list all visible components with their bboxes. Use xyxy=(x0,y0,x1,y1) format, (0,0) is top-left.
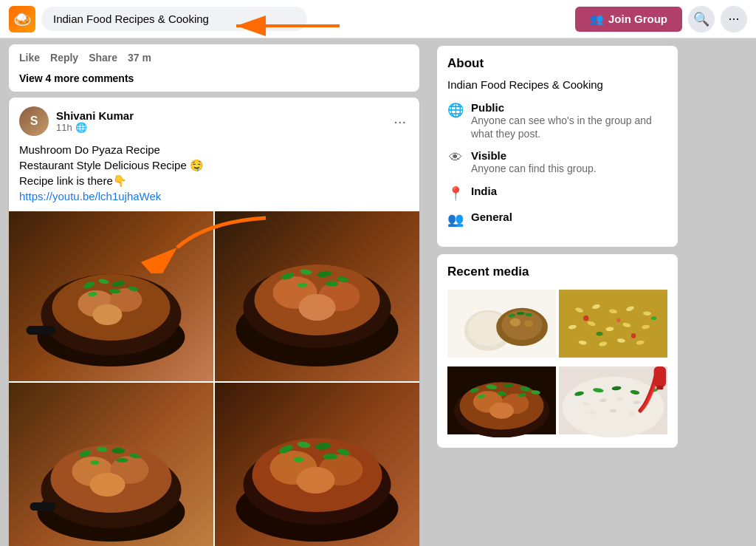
globe-icon: 🌐 xyxy=(447,102,464,118)
post-time: 11h 🌐 xyxy=(56,122,383,133)
location-icon: 📍 xyxy=(447,185,464,202)
post-header: S Shivani Kumar 11h 🌐 ··· xyxy=(9,98,419,142)
main-layout: Like Reply Share 37 m View 4 more commen… xyxy=(0,38,756,546)
media-item-1[interactable] xyxy=(447,287,556,361)
sidebar: About Indian Food Recipes & Cooking 🌐 Pu… xyxy=(428,38,687,546)
media-item-3[interactable] xyxy=(447,364,556,437)
food-image-grid xyxy=(9,211,419,546)
more-options-button[interactable]: ··· xyxy=(721,6,747,33)
svg-point-82 xyxy=(651,316,656,320)
about-category-item: 👥 General xyxy=(447,211,667,228)
svg-rect-13 xyxy=(27,326,56,335)
svg-point-81 xyxy=(597,332,603,336)
globe-icon: 🌐 xyxy=(75,122,87,133)
svg-point-80 xyxy=(631,333,636,338)
post-card: S Shivani Kumar 11h 🌐 ··· Mushroom Do Py… xyxy=(9,98,419,546)
search-button[interactable]: 🔍 xyxy=(688,6,715,33)
svg-point-6 xyxy=(93,304,123,325)
join-group-icon: 👥 xyxy=(590,13,604,26)
about-card: About Indian Food Recipes & Cooking 🌐 Pu… xyxy=(437,46,678,247)
food-image-1[interactable] xyxy=(9,211,213,381)
about-group-name: Indian Food Recipes & Cooking xyxy=(447,78,667,91)
like-button[interactable]: Like xyxy=(19,52,40,64)
food-image-2[interactable] xyxy=(215,211,419,381)
join-group-label: Join Group xyxy=(608,13,667,25)
food-image-4[interactable] xyxy=(215,383,419,546)
post-author[interactable]: Shivani Kumar xyxy=(56,109,383,122)
people-icon: 👥 xyxy=(447,211,464,228)
public-desc: Anyone can see who's in the group and wh… xyxy=(471,114,667,140)
svg-point-49 xyxy=(294,457,304,463)
recent-media-title: Recent media xyxy=(447,265,667,279)
join-group-button[interactable]: 👥 Join Group xyxy=(575,7,682,32)
svg-point-50 xyxy=(323,454,338,460)
comment-count: 37 m xyxy=(128,52,151,64)
svg-point-37 xyxy=(117,458,128,463)
about-location-item: 📍 India xyxy=(447,185,667,202)
eye-icon: 👁 xyxy=(447,150,464,165)
search-icon: 🔍 xyxy=(693,11,709,27)
author-avatar: S xyxy=(19,106,49,136)
recent-media-card: Recent media xyxy=(437,254,678,448)
media-grid xyxy=(447,287,667,437)
group-avatar-icon: 🍛 xyxy=(9,6,35,33)
svg-point-31 xyxy=(90,473,126,496)
svg-point-44 xyxy=(297,467,335,494)
post-actions: Like Reply Share 37 m xyxy=(19,52,409,64)
comment-bar: Like Reply Share 37 m View 4 more commen… xyxy=(9,44,419,92)
more-icon: ··· xyxy=(728,11,739,27)
svg-rect-38 xyxy=(30,502,56,511)
svg-point-60 xyxy=(517,311,525,315)
post-text: Mushroom Do Pyaza Recipe Restaurant Styl… xyxy=(9,142,419,211)
group-title-search[interactable]: Indian Food Recipes & Cooking xyxy=(41,7,307,31)
svg-rect-111 xyxy=(654,366,667,387)
post-line2: Restaurant Style Delicious Recipe 🤤 xyxy=(19,157,409,173)
svg-point-79 xyxy=(616,318,621,322)
svg-point-78 xyxy=(583,315,588,321)
post-link[interactable]: https://youtu.be/lch1ujhaWek xyxy=(19,190,161,202)
about-title: About xyxy=(447,56,667,71)
share-button[interactable]: Share xyxy=(89,52,117,64)
reply-button[interactable]: Reply xyxy=(50,52,78,64)
svg-point-24 xyxy=(298,283,308,287)
visible-title: Visible xyxy=(471,149,597,162)
svg-point-19 xyxy=(299,294,336,321)
svg-point-36 xyxy=(91,460,100,465)
location-value: India xyxy=(471,185,497,197)
svg-point-25 xyxy=(326,281,339,287)
svg-point-58 xyxy=(524,320,534,327)
feed-column: Like Reply Share 37 m View 4 more commen… xyxy=(0,38,428,546)
svg-point-57 xyxy=(510,318,521,326)
about-public-item: 🌐 Public Anyone can see who's in the gro… xyxy=(447,101,667,140)
header: 🍛 Indian Food Recipes & Cooking 👥 Join G… xyxy=(0,0,756,38)
visible-desc: Anyone can find this group. xyxy=(471,162,597,175)
post-line3: Recipe link is there👇 xyxy=(19,173,409,188)
public-title: Public xyxy=(471,101,667,114)
post-meta: Shivani Kumar 11h 🌐 xyxy=(56,109,383,133)
media-item-4[interactable] xyxy=(559,364,667,437)
svg-rect-112 xyxy=(656,385,663,389)
post-line1: Mushroom Do Pyaza Recipe xyxy=(19,142,409,157)
post-more-button[interactable]: ··· xyxy=(391,110,409,133)
svg-point-98 xyxy=(563,376,664,437)
svg-point-88 xyxy=(489,402,514,418)
svg-point-34 xyxy=(112,448,126,454)
media-item-2[interactable] xyxy=(559,287,667,361)
food-image-3[interactable] xyxy=(9,383,213,546)
category-value: General xyxy=(471,211,512,223)
about-visible-item: 👁 Visible Anyone can find this group. xyxy=(447,149,667,175)
view-more-comments[interactable]: View 4 more comments xyxy=(19,72,409,84)
svg-rect-63 xyxy=(559,290,667,358)
